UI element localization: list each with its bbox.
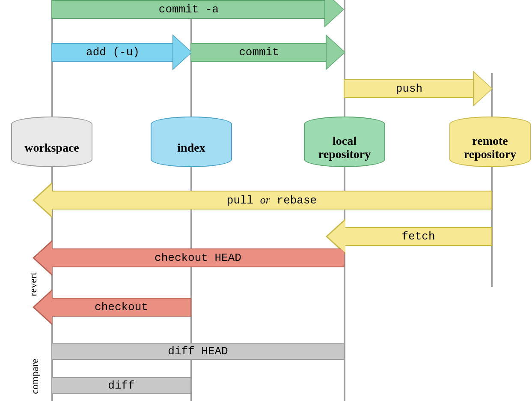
arrow-label: add (-u) xyxy=(86,46,140,59)
arrow-label: checkout HEAD xyxy=(155,251,241,264)
node-label: index xyxy=(177,141,205,155)
arrow-add-u: add (-u) xyxy=(51,43,205,62)
arrow-checkout: checkout xyxy=(34,298,193,317)
git-data-flow-diagram: commit -a add (-u) commit push workspace… xyxy=(0,0,532,401)
arrow-label: push xyxy=(396,82,422,95)
arrow-commit-a: commit -a xyxy=(51,0,360,19)
node-local-repository: local repository xyxy=(304,124,385,167)
arrow-label: pull or rebase xyxy=(227,194,317,207)
bar-label: diff xyxy=(108,379,134,392)
arrow-label: checkout xyxy=(95,301,148,314)
bar-label: diff HEAD xyxy=(168,345,228,358)
arrow-label: commit -a xyxy=(159,3,219,16)
node-index: index xyxy=(151,124,232,167)
node-workspace: workspace xyxy=(11,124,92,167)
arrow-push: push xyxy=(344,79,511,98)
bar-diff: diff xyxy=(51,377,191,394)
section-label-compare: compare xyxy=(29,359,41,394)
arrow-commit: commit xyxy=(190,43,362,62)
arrow-fetch: fetch xyxy=(327,227,494,246)
arrow-pull-or-rebase: pull or rebase xyxy=(34,191,492,209)
node-label-line1: remote xyxy=(472,135,508,148)
node-label-line2: repository xyxy=(464,148,516,161)
node-label: workspace xyxy=(24,141,79,155)
arrow-checkout-head: checkout HEAD xyxy=(34,248,347,267)
node-label-line1: local xyxy=(333,135,357,148)
arrow-label: fetch xyxy=(401,230,435,243)
arrow-label: commit xyxy=(239,46,279,59)
node-label-line2: repository xyxy=(318,148,371,161)
node-remote-repository: remote repository xyxy=(449,124,531,167)
bar-diff-head: diff HEAD xyxy=(51,343,345,360)
